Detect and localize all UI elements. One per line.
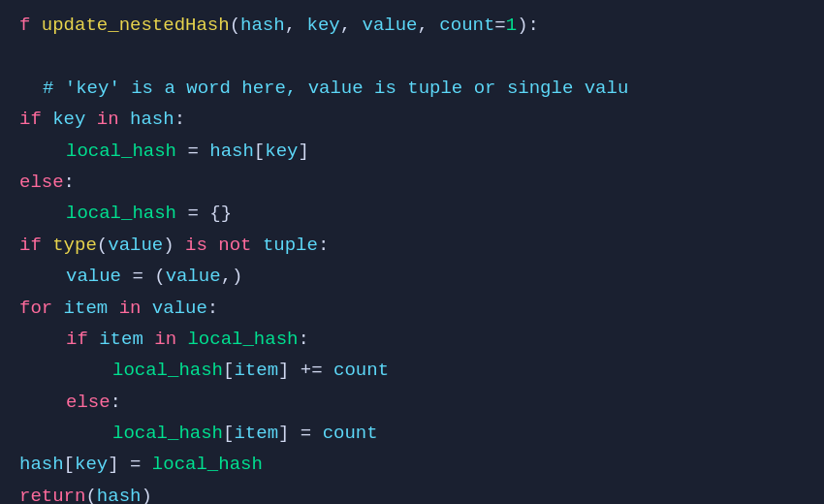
code-token: else — [66, 388, 111, 417]
code-token: local_hash — [112, 356, 223, 385]
code-token: item — [234, 356, 278, 385]
code-token: = — [494, 11, 505, 40]
code-token: local_hash — [112, 419, 223, 448]
code-token: hash — [19, 450, 64, 479]
code-token: key — [52, 105, 97, 134]
code-token: f — [19, 11, 42, 40]
code-token: ] = — [278, 419, 323, 448]
code-token: hash — [209, 137, 254, 166]
code-token: : — [64, 168, 75, 197]
code-token: , — [340, 11, 363, 40]
code-token: for — [19, 294, 64, 323]
code-token: [ — [254, 137, 265, 166]
code-token: local_hash — [152, 450, 263, 479]
code-line: local_hash[item] = count — [0, 418, 824, 449]
code-token: ) — [163, 231, 185, 260]
code-line: local_hash = {} — [0, 198, 824, 229]
code-token: update_nestedHash — [42, 11, 230, 40]
code-token: = ( — [121, 262, 166, 291]
code-token: item — [64, 294, 119, 323]
code-token: , — [418, 11, 440, 40]
code-token: if — [66, 325, 99, 354]
code-line: local_hash[item] += count — [0, 355, 824, 386]
code-token: ] += — [278, 356, 333, 385]
code-line: hash[key] = local_hash — [0, 449, 824, 480]
code-token: in — [119, 294, 152, 323]
code-editor: f update_nestedHash(hash, key, value, co… — [0, 0, 824, 504]
code-token: key — [265, 137, 298, 166]
code-token: # 'key' is a word here, value is tuple o… — [43, 74, 628, 103]
code-token: count — [323, 419, 378, 448]
code-token: : — [298, 325, 308, 354]
code-token: ] = — [108, 450, 152, 479]
code-line: # 'key' is a word here, value is tuple o… — [0, 73, 824, 104]
code-token: count — [439, 11, 494, 40]
code-token: : — [318, 231, 329, 260]
code-token: hash — [240, 11, 285, 40]
code-token: = — [176, 137, 209, 166]
code-token: return — [19, 482, 85, 504]
code-token: type — [52, 231, 97, 260]
code-token: key — [306, 11, 339, 40]
code-token: [ — [223, 419, 234, 448]
code-token: item — [99, 325, 154, 354]
code-token: in — [154, 325, 187, 354]
code-token: local_hash — [187, 325, 298, 354]
code-token: tuple — [263, 231, 318, 260]
code-token: ( — [230, 11, 240, 40]
code-line: else: — [0, 167, 824, 198]
code-line: else: — [0, 387, 824, 418]
code-line: for item in value: — [0, 293, 824, 324]
code-token: ) — [141, 482, 151, 504]
code-token: hash — [130, 105, 174, 134]
code-line: return(hash) — [0, 481, 824, 504]
code-token: ( — [97, 231, 108, 260]
code-token: is not — [185, 231, 263, 260]
code-token: : — [111, 388, 121, 417]
code-token: value — [108, 231, 163, 260]
code-token: [ — [223, 356, 234, 385]
code-token: ] — [298, 137, 308, 166]
code-token: ): — [517, 11, 539, 40]
code-token: value — [152, 294, 207, 323]
code-line: if key in hash: — [0, 104, 824, 135]
code-token: , — [285, 11, 307, 40]
code-line: if item in local_hash: — [0, 324, 824, 355]
code-token: in — [97, 105, 130, 134]
code-token: local_hash — [66, 137, 176, 166]
code-token: local_hash — [66, 199, 176, 228]
code-line — [0, 41, 824, 72]
code-line: if type(value) is not tuple: — [0, 230, 824, 261]
code-token: ( — [85, 482, 96, 504]
code-line: local_hash = hash[key] — [0, 136, 824, 167]
code-token: item — [234, 419, 278, 448]
code-token: 1 — [506, 11, 517, 40]
code-token: count — [333, 356, 389, 385]
code-token: value — [66, 262, 121, 291]
code-token: : — [207, 294, 218, 323]
code-token: [ — [64, 450, 75, 479]
code-token: key — [75, 450, 108, 479]
code-token: ,) — [221, 262, 243, 291]
code-line: value = (value,) — [0, 261, 824, 292]
code-token: : — [174, 105, 185, 134]
code-token: hash — [97, 482, 142, 504]
code-token: if — [19, 105, 52, 134]
code-token: else — [19, 168, 64, 197]
code-token: = {} — [176, 199, 232, 228]
code-token: value — [166, 262, 221, 291]
code-line: f update_nestedHash(hash, key, value, co… — [0, 10, 824, 41]
code-token: if — [19, 231, 52, 260]
code-token: value — [363, 11, 418, 40]
